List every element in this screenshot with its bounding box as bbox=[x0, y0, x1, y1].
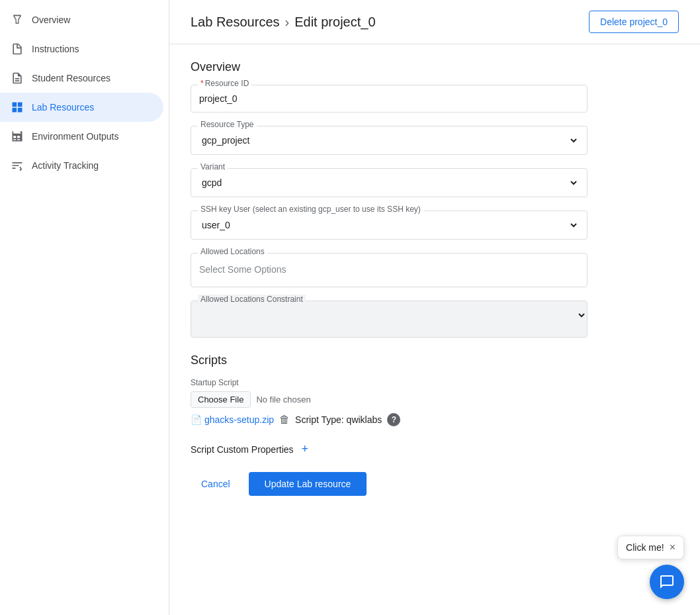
delete-project-button[interactable]: Delete project_0 bbox=[589, 11, 679, 33]
chat-open-button[interactable] bbox=[650, 565, 684, 599]
sidebar-item-label: Activity Tracking bbox=[32, 160, 99, 171]
chat-bubble-text: Click me! bbox=[626, 542, 664, 553]
doc-list-icon bbox=[11, 71, 24, 85]
overview-title: Overview bbox=[191, 60, 679, 74]
custom-props-label: Script Custom Properties bbox=[191, 444, 294, 455]
allowed-locations-container[interactable]: Allowed Locations Select Some Options bbox=[191, 253, 588, 287]
action-row: Cancel Update Lab resource bbox=[191, 472, 679, 496]
file-name: ghacks-setup.zip bbox=[204, 414, 274, 425]
breadcrumb-current: Edit project_0 bbox=[294, 15, 375, 30]
grid-icon bbox=[11, 101, 24, 114]
sidebar-item-label: Lab Resources bbox=[32, 102, 94, 113]
script-type-text: Script Type: qwiklabs bbox=[295, 414, 382, 425]
sidebar-item-lab-resources[interactable]: Lab Resources bbox=[0, 93, 163, 122]
sidebar-item-environment-outputs[interactable]: Environment Outputs bbox=[0, 122, 163, 151]
chat-bubble: Click me! × bbox=[617, 536, 684, 559]
sidebar-item-student-resources[interactable]: Student Resources bbox=[0, 64, 163, 93]
update-lab-resource-button[interactable]: Update Lab resource bbox=[249, 472, 367, 496]
form-content: Overview *Resource ID Resource Type gcp_… bbox=[169, 44, 700, 533]
sidebar-item-label: Environment Outputs bbox=[32, 131, 119, 142]
allowed-locations-constraint-container: Allowed Locations Constraint in:allow in… bbox=[191, 301, 588, 338]
variant-label: Variant bbox=[198, 162, 228, 171]
page-header: Lab Resources › Edit project_0 Delete pr… bbox=[169, 0, 700, 44]
delete-file-icon[interactable]: 🗑 bbox=[279, 414, 290, 426]
resource-id-field-group: *Resource ID bbox=[191, 85, 588, 113]
file-icon: 📄 bbox=[191, 414, 202, 425]
allowed-locations-constraint-label: Allowed Locations Constraint bbox=[198, 295, 306, 304]
sidebar-item-instructions[interactable]: Instructions bbox=[0, 34, 163, 64]
variant-field-group: Variant gcpd gcpf bbox=[191, 168, 588, 197]
activity-icon bbox=[11, 159, 24, 172]
close-icon[interactable]: × bbox=[670, 542, 676, 553]
file-row: 📄 ghacks-setup.zip 🗑 Script Type: qwikla… bbox=[191, 413, 679, 426]
no-file-text: No file chosen bbox=[256, 395, 310, 404]
allowed-locations-constraint-select[interactable]: in:allow in:deny bbox=[191, 301, 587, 329]
resource-id-input[interactable] bbox=[199, 91, 579, 107]
ssh-key-label: SSH key User (select an existing gcp_use… bbox=[198, 205, 423, 214]
main-content: Lab Resources › Edit project_0 Delete pr… bbox=[169, 0, 700, 615]
doc-icon bbox=[11, 42, 24, 56]
ssh-key-field-group: SSH key User (select an existing gcp_use… bbox=[191, 211, 588, 240]
help-icon[interactable]: ? bbox=[387, 413, 400, 426]
sidebar: Overview Instructions Student Resources … bbox=[0, 0, 169, 615]
variant-container: Variant gcpd gcpf bbox=[191, 168, 588, 197]
resource-type-container: Resource Type gcp_project gcp_user gcp_b… bbox=[191, 126, 588, 155]
breadcrumb-separator: › bbox=[285, 15, 290, 30]
sidebar-item-activity-tracking[interactable]: Activity Tracking bbox=[0, 151, 163, 180]
sidebar-item-label: Instructions bbox=[32, 44, 79, 54]
file-download-link[interactable]: 📄 ghacks-setup.zip bbox=[191, 414, 274, 425]
required-marker: * bbox=[200, 79, 204, 88]
resource-id-container: *Resource ID bbox=[191, 85, 588, 113]
custom-props-row: Script Custom Properties + bbox=[191, 442, 679, 456]
scripts-section: Scripts Startup Script Choose File No fi… bbox=[191, 354, 679, 426]
table-icon bbox=[11, 130, 24, 143]
resource-type-field-group: Resource Type gcp_project gcp_user gcp_b… bbox=[191, 126, 588, 155]
ssh-key-container: SSH key User (select an existing gcp_use… bbox=[191, 211, 588, 240]
scripts-title: Scripts bbox=[191, 354, 679, 367]
startup-script-label: Startup Script bbox=[191, 378, 679, 387]
chat-widget: Click me! × bbox=[617, 536, 684, 599]
flask-icon bbox=[11, 13, 24, 26]
resource-type-select[interactable]: gcp_project gcp_user gcp_bucket bbox=[199, 132, 579, 149]
sidebar-item-label: Overview bbox=[32, 15, 70, 25]
add-custom-prop-button[interactable]: + bbox=[299, 442, 312, 456]
cancel-button[interactable]: Cancel bbox=[191, 472, 241, 496]
breadcrumb: Lab Resources › Edit project_0 bbox=[191, 15, 376, 30]
ssh-key-select[interactable]: user_0 user_1 bbox=[199, 216, 579, 234]
allowed-locations-placeholder: Select Some Options bbox=[191, 254, 587, 280]
resource-type-label: Resource Type bbox=[198, 120, 257, 129]
breadcrumb-parent[interactable]: Lab Resources bbox=[191, 15, 280, 30]
resource-id-label: *Resource ID bbox=[198, 79, 251, 88]
sidebar-item-label: Student Resources bbox=[32, 73, 110, 83]
allowed-locations-label: Allowed Locations bbox=[198, 247, 267, 256]
file-input-row: Choose File No file chosen bbox=[191, 391, 679, 408]
allowed-locations-field-group: Allowed Locations Select Some Options bbox=[191, 253, 588, 287]
choose-file-button[interactable]: Choose File bbox=[191, 391, 251, 408]
allowed-locations-constraint-field-group: Allowed Locations Constraint in:allow in… bbox=[191, 301, 588, 338]
variant-select[interactable]: gcpd gcpf bbox=[199, 174, 579, 191]
sidebar-item-overview[interactable]: Overview bbox=[0, 5, 163, 34]
